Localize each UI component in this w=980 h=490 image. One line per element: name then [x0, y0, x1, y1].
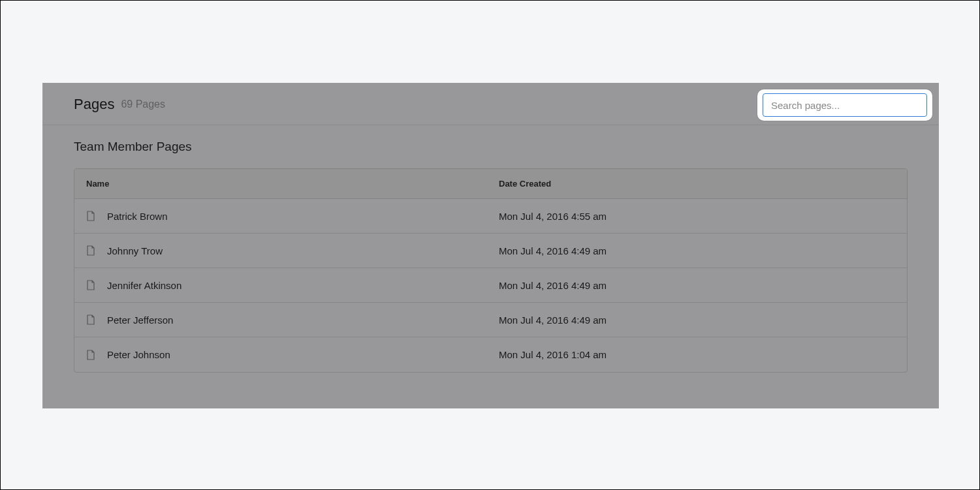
row-name: Jennifer Atkinson [107, 280, 499, 291]
row-date-created: Mon Jul 4, 2016 4:49 am [499, 245, 907, 256]
row-name: Johnny Trow [107, 245, 499, 256]
table-row[interactable]: Peter JeffersonMon Jul 4, 2016 4:49 am [74, 303, 907, 337]
table-row[interactable]: Peter JohnsonMon Jul 4, 2016 1:04 am [74, 337, 907, 372]
table-row[interactable]: Jennifer AtkinsonMon Jul 4, 2016 4:49 am [74, 268, 907, 303]
column-header-date-created[interactable]: Date Created [499, 179, 907, 189]
pages-panel: Pages 69 Pages Team Member Pages Name Da… [42, 83, 939, 408]
page-title: Pages [74, 96, 114, 113]
panel-content: Team Member Pages Name Date Created Patr… [42, 125, 939, 399]
search-highlight-wrap [757, 89, 932, 121]
page-count: 69 Pages [121, 99, 165, 110]
page-icon [74, 350, 107, 360]
table-body: Patrick BrownMon Jul 4, 2016 4:55 amJohn… [74, 199, 907, 372]
search-input[interactable] [763, 93, 927, 117]
table-row[interactable]: Johnny TrowMon Jul 4, 2016 4:49 am [74, 234, 907, 268]
pages-table: Name Date Created Patrick BrownMon Jul 4… [74, 168, 908, 373]
table-row[interactable]: Patrick BrownMon Jul 4, 2016 4:55 am [74, 199, 907, 234]
page-icon [74, 245, 107, 256]
row-name: Patrick Brown [107, 211, 499, 222]
column-header-name[interactable]: Name [74, 179, 499, 189]
row-date-created: Mon Jul 4, 2016 4:55 am [499, 211, 907, 222]
row-date-created: Mon Jul 4, 2016 1:04 am [499, 349, 907, 360]
row-name: Peter Johnson [107, 349, 499, 360]
row-date-created: Mon Jul 4, 2016 4:49 am [499, 314, 907, 326]
section-title: Team Member Pages [74, 140, 908, 154]
page-icon [74, 211, 107, 221]
row-name: Peter Jefferson [107, 314, 499, 326]
page-icon [74, 314, 107, 325]
row-date-created: Mon Jul 4, 2016 4:49 am [499, 280, 907, 291]
page-icon [74, 280, 107, 290]
table-header: Name Date Created [74, 169, 907, 199]
